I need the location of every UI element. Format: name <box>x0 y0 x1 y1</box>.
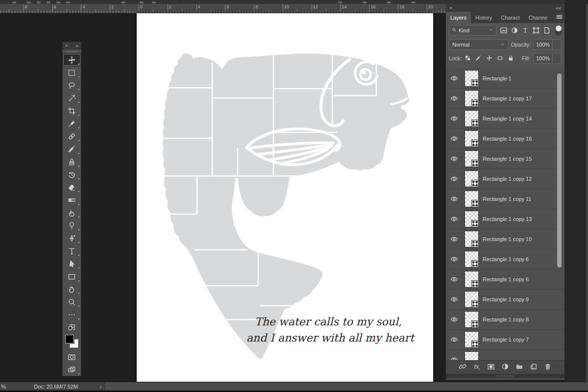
tool-healing-brush[interactable] <box>63 130 81 143</box>
layer-thumbnail[interactable] <box>465 191 479 207</box>
fx-icon[interactable]: fx <box>473 363 481 372</box>
layer-visibility-toggle[interactable] <box>446 310 463 329</box>
layer-thumbnail[interactable] <box>465 171 479 187</box>
expand-icon[interactable]: » <box>75 43 78 49</box>
fill-value[interactable]: 100% <box>533 53 553 64</box>
tool-history-brush[interactable] <box>63 168 81 181</box>
layer-row[interactable]: Rectangle 1 <box>446 69 564 89</box>
filter-toggle[interactable] <box>555 25 562 36</box>
tool-clone-stamp[interactable] <box>63 155 81 168</box>
tool-zoom[interactable] <box>63 295 81 308</box>
fill-chevron[interactable] <box>552 53 562 64</box>
group-folder-icon[interactable] <box>515 363 523 372</box>
type-filter-icon[interactable] <box>520 26 531 34</box>
document-canvas[interactable]: The water calls to my soul, and I answer… <box>137 13 433 382</box>
adjustment-icon[interactable] <box>501 363 509 372</box>
layer-visibility-toggle[interactable] <box>446 249 463 269</box>
layer-visibility-toggle[interactable] <box>446 109 463 128</box>
collapse-icon[interactable]: «« <box>556 5 561 11</box>
layer-thumbnail[interactable] <box>465 331 479 348</box>
lock-transparent-icon[interactable] <box>465 55 471 62</box>
layer-visibility-toggle[interactable] <box>446 229 463 249</box>
tool-eraser[interactable] <box>63 181 81 194</box>
tool-magic-wand[interactable] <box>63 92 81 104</box>
tool-swap-colors[interactable] <box>63 321 81 334</box>
link-icon[interactable] <box>459 363 466 372</box>
lock-pixels-icon[interactable] <box>475 55 482 62</box>
layer-row[interactable]: Rectangle 1 copy 7 <box>446 330 564 350</box>
zoom-percent-box[interactable]: % <box>0 382 14 391</box>
layer-thumbnail[interactable] <box>465 130 479 147</box>
layer-row[interactable]: Rectangle 1 copy 9 <box>446 290 564 310</box>
layer-row[interactable]: Rectangle 1 copy 14 <box>446 109 564 129</box>
layer-thumbnail[interactable] <box>465 110 479 127</box>
shape-filter-icon[interactable] <box>531 26 541 34</box>
layer-thumbnail[interactable] <box>465 211 479 227</box>
layer-visibility-toggle[interactable] <box>446 330 463 349</box>
layer-row[interactable]: Rectangle 1 copy 10 <box>446 229 564 249</box>
layer-visibility-toggle[interactable] <box>446 169 463 189</box>
layer-thumbnail[interactable] <box>465 311 479 328</box>
tool-lasso[interactable] <box>63 79 81 92</box>
layer-row[interactable]: Rectangle 1 copy 8 <box>446 310 564 330</box>
tool-quick-mask[interactable] <box>63 350 81 363</box>
layer-thumbnail[interactable] <box>465 271 479 288</box>
layer-thumbnail[interactable] <box>465 90 479 107</box>
pixel-filter-icon[interactable] <box>498 26 509 34</box>
tool-eyedropper[interactable] <box>63 117 81 130</box>
tool-edit-toolbar[interactable] <box>63 308 81 321</box>
layer-row[interactable]: Rectangle 1 copy 15 <box>446 149 564 169</box>
tab-channels[interactable]: Channe <box>524 12 552 23</box>
tool-gradient[interactable] <box>63 194 81 206</box>
lock-all-icon[interactable] <box>508 55 514 62</box>
layer-visibility-toggle[interactable] <box>446 290 463 309</box>
doc-size-box[interactable]: Doc: 20.6M/7.52M › <box>12 382 105 391</box>
close-icon[interactable]: × <box>449 5 452 11</box>
delete-layer-icon[interactable] <box>544 363 552 372</box>
layers-scrollbar[interactable] <box>557 74 562 268</box>
tab-history[interactable]: History <box>471 12 496 23</box>
layer-visibility-toggle[interactable] <box>446 149 463 169</box>
layer-row[interactable]: Rectangle 1 copy 17 <box>446 89 564 109</box>
layer-thumbnail[interactable] <box>465 70 479 87</box>
panel-menu-icon[interactable] <box>552 12 567 23</box>
tool-pen[interactable] <box>63 232 81 245</box>
tool-type[interactable] <box>63 245 81 257</box>
layer-row[interactable]: Rectangle 1 copy 13 <box>446 209 564 229</box>
blend-mode-select[interactable]: Normal <box>449 39 509 50</box>
opacity-value[interactable]: 100% <box>533 39 553 50</box>
tab-layers[interactable]: Layers <box>446 12 471 23</box>
layer-row[interactable]: Rectangle 1 copy 16 <box>446 129 564 149</box>
new-layer-icon[interactable] <box>530 363 538 372</box>
tool-dodge[interactable] <box>63 219 81 232</box>
tool-path-select[interactable] <box>63 257 81 270</box>
tool-rectangle[interactable] <box>63 270 81 283</box>
layer-row[interactable]: Rectangle 1 copy 6 <box>446 249 564 270</box>
smart-object-filter-icon[interactable] <box>541 26 552 34</box>
opacity-chevron[interactable] <box>552 39 562 50</box>
foreground-color-swatch[interactable] <box>65 335 74 343</box>
tool-move[interactable] <box>63 53 81 66</box>
tool-hand[interactable] <box>63 283 81 295</box>
layer-thumbnail[interactable] <box>465 351 479 360</box>
layer-row[interactable]: Rectangle 1 copy 11 <box>446 189 564 209</box>
layer-thumbnail[interactable] <box>465 291 479 308</box>
tool-crop[interactable] <box>63 104 81 117</box>
layer-thumbnail[interactable] <box>465 150 479 167</box>
tab-character[interactable]: Charact <box>496 12 524 23</box>
lock-artboard-icon[interactable] <box>497 55 503 62</box>
layer-visibility-toggle[interactable] <box>446 89 463 108</box>
layer-row[interactable] <box>446 350 564 360</box>
layer-visibility-toggle[interactable] <box>446 69 463 88</box>
tool-brush[interactable] <box>63 143 81 155</box>
panel-resize-strip[interactable] <box>446 374 564 378</box>
close-icon[interactable]: × <box>65 43 68 49</box>
lock-position-icon[interactable] <box>486 55 492 62</box>
drag-grip[interactable] <box>63 49 81 53</box>
tool-smudge[interactable] <box>63 206 81 219</box>
layer-visibility-toggle[interactable] <box>446 189 463 209</box>
layer-row[interactable]: Rectangle 1 copy 6 <box>446 270 564 290</box>
tool-screen-mode[interactable] <box>63 363 81 376</box>
layer-row[interactable]: Rectangle 1 copy 12 <box>446 169 564 189</box>
layer-thumbnail[interactable] <box>465 251 479 268</box>
